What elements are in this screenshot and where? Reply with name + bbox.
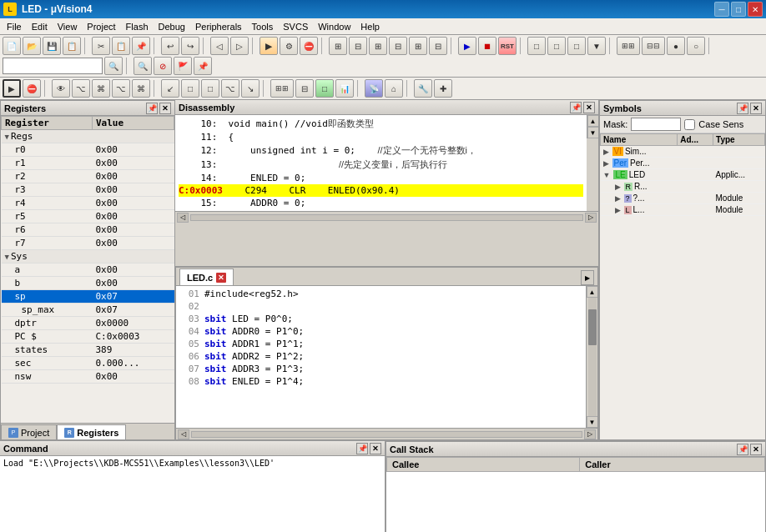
sym-l-expand[interactable]: ▶ — [615, 206, 621, 214]
code-hscroll-track[interactable] — [191, 431, 582, 438]
asm-view-btn[interactable]: ⊟ — [295, 79, 314, 98]
dbg-btn1[interactable]: ⊞ — [329, 37, 347, 55]
scroll-down-btn[interactable]: ▼ — [587, 127, 599, 138]
dbg-btn2[interactable]: ⊟ — [349, 37, 367, 55]
code-hscroll[interactable]: ◁ ▷ — [176, 428, 597, 439]
close-button[interactable]: ✕ — [748, 2, 763, 17]
sys-collapse-icon[interactable]: ▼ — [5, 253, 9, 261]
new-button[interactable]: 📄 — [3, 37, 21, 55]
outdent-btn[interactable]: ⊟⊟ — [642, 37, 665, 55]
cut-button[interactable]: ✂ — [92, 37, 110, 55]
dbg-btn3[interactable]: ⊞ — [369, 37, 387, 55]
code-content[interactable]: 01 #include<reg52.h> 02 03 sbit LED = P0… — [176, 286, 586, 428]
paste-button[interactable]: 📌 — [132, 37, 150, 55]
sym-led-expand[interactable]: ▼ — [603, 171, 611, 179]
clr-bkpt-btn[interactable]: ○ — [687, 37, 705, 55]
menu-svcs[interactable]: SVCS — [278, 20, 313, 33]
menu-view[interactable]: View — [53, 20, 83, 33]
command-close-btn[interactable]: ✕ — [370, 443, 381, 454]
code-hscroll-right[interactable]: ▷ — [584, 429, 596, 439]
hscroll-track[interactable] — [190, 214, 583, 221]
tab-close-btn[interactable]: ✕ — [216, 273, 226, 283]
list-item[interactable]: ▼ LE LED Applic... — [601, 169, 765, 181]
watch3-btn[interactable]: ⌘ — [92, 79, 110, 98]
flag-btn[interactable]: 🚩 — [174, 57, 192, 75]
mem-window2-btn[interactable]: □ — [201, 79, 219, 98]
tools-extra-btn[interactable]: ✚ — [434, 79, 452, 98]
command-pin-btn[interactable]: 📌 — [356, 443, 368, 454]
menu-flash[interactable]: Flash — [121, 20, 154, 33]
list-item[interactable]: ▶ R R... — [601, 181, 765, 193]
tools-cfg-btn[interactable]: 🔧 — [414, 79, 432, 98]
periph-btn[interactable]: □ — [547, 37, 566, 55]
code-scroll-up[interactable]: ▲ — [587, 286, 598, 298]
code-view-btn[interactable]: ⊞⊞ — [270, 79, 294, 98]
scroll-up-btn[interactable]: ▲ — [587, 115, 599, 127]
sym-q-expand[interactable]: ▶ — [615, 194, 621, 203]
registers-close-btn[interactable]: ✕ — [159, 103, 171, 114]
symbols-close-btn[interactable]: ✕ — [750, 103, 762, 114]
minimize-button[interactable]: ─ — [714, 2, 729, 17]
symbols-pin-btn[interactable]: 📌 — [737, 103, 748, 114]
menu-tools[interactable]: Tools — [247, 20, 279, 33]
logic-btn[interactable]: ⌂ — [385, 79, 403, 98]
list-item[interactable]: ▶ L L... Module — [601, 204, 765, 216]
disasm-scrollbar[interactable]: ▲ ▼ — [587, 115, 598, 138]
callstack-pin-btn[interactable]: 📌 — [737, 444, 748, 455]
menu-help[interactable]: Help — [355, 20, 385, 33]
tab-project[interactable]: P Project — [1, 424, 57, 439]
var-btn[interactable]: ⌥ — [221, 79, 239, 98]
tab-scroll-right[interactable]: ▶ — [581, 270, 594, 285]
step-over-btn[interactable]: ↘ — [241, 79, 260, 98]
regs-collapse-icon[interactable]: ▼ — [5, 133, 9, 141]
menu-file[interactable]: File — [2, 20, 27, 33]
pin-btn[interactable]: 📌 — [194, 57, 212, 75]
serial-btn[interactable]: 📡 — [365, 79, 383, 98]
rebuild-button[interactable]: ⚙ — [280, 37, 298, 55]
callstack-close-btn[interactable]: ✕ — [750, 444, 762, 455]
disasm-pin-btn[interactable]: 📌 — [570, 102, 582, 113]
tab-led-c[interactable]: LED.c ✕ — [179, 269, 234, 285]
dbg-extra-btn[interactable]: □ — [567, 37, 586, 55]
sym-peri-expand[interactable]: ▶ — [603, 159, 609, 168]
menu-window[interactable]: Window — [313, 20, 355, 33]
hscroll-right[interactable]: ▷ — [585, 213, 597, 223]
sym-r-expand[interactable]: ▶ — [615, 183, 621, 191]
code-scroll-track[interactable] — [588, 298, 597, 416]
step-break-btn[interactable]: ⛔ — [23, 79, 41, 98]
watch-btn[interactable]: 👁 — [52, 79, 70, 98]
list-item[interactable]: ▶ VI Sim... — [601, 146, 765, 158]
menu-project[interactable]: Project — [82, 20, 120, 33]
search-input[interactable] — [3, 58, 103, 74]
save-all-button[interactable]: 📋 — [63, 37, 81, 55]
mem-window-btn[interactable]: □ — [181, 79, 199, 98]
run-button[interactable]: ▶ — [458, 37, 476, 55]
step-into-btn[interactable]: ↙ — [161, 79, 179, 98]
registers-pin-btn[interactable]: 📌 — [146, 103, 158, 114]
stop-build-button[interactable]: ⛔ — [300, 37, 318, 55]
nav-back-button[interactable]: ◁ — [210, 37, 229, 55]
code-hscroll-left[interactable]: ◁ — [178, 429, 189, 439]
copy-button[interactable]: 📋 — [112, 37, 130, 55]
menu-edit[interactable]: Edit — [27, 20, 53, 33]
stop-button[interactable]: ⏹ — [478, 37, 496, 55]
hex-view-btn[interactable]: □ — [315, 79, 334, 98]
nav-forward-button[interactable]: ▷ — [230, 37, 249, 55]
list-item[interactable]: ▶ ? ?... Module — [601, 193, 765, 204]
mem-map-btn[interactable]: □ — [527, 37, 546, 55]
case-sens-checkbox[interactable] — [684, 119, 695, 130]
dbg-btn5[interactable]: ⊞ — [409, 37, 427, 55]
step-run-btn[interactable]: ▶ — [3, 79, 21, 98]
build-button[interactable]: ▶ — [260, 37, 278, 55]
find2-btn[interactable]: ⊘ — [154, 57, 172, 75]
menu-peripherals[interactable]: Peripherals — [190, 20, 247, 33]
disasm-close-btn[interactable]: ✕ — [583, 102, 595, 113]
code-scrollbar-v[interactable]: ▲ ▼ — [586, 286, 597, 428]
undo-button[interactable]: ↩ — [161, 37, 179, 55]
tab-registers[interactable]: R Registers — [57, 424, 126, 439]
load-btn[interactable]: ▼ — [587, 37, 606, 55]
dbg-btn6[interactable]: ⊟ — [429, 37, 447, 55]
watch2-btn[interactable]: ⌥ — [72, 79, 90, 98]
redo-button[interactable]: ↪ — [181, 37, 199, 55]
bkpt-btn[interactable]: ● — [667, 37, 685, 55]
